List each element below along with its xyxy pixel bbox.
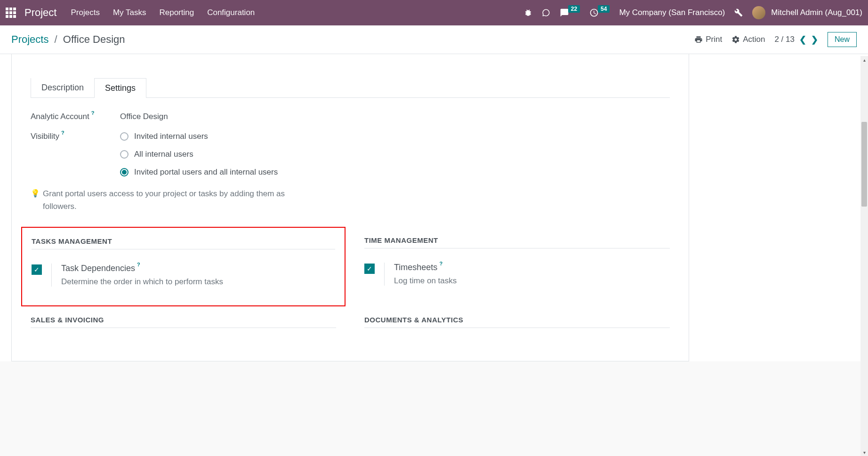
timesheets-label: Timesheets ? <box>394 263 457 272</box>
company-switcher[interactable]: My Company (San Francisco) <box>619 8 725 17</box>
section-title: Sales & Invoicing <box>31 316 336 328</box>
visibility-option-portal-all[interactable]: Invited portal users and all internal us… <box>120 168 278 177</box>
task-dependencies-checkbox[interactable] <box>32 264 42 275</box>
user-name: Mitchell Admin (Aug_001) <box>771 8 862 17</box>
pager-next[interactable]: ❯ <box>811 34 818 45</box>
analytic-account-value[interactable]: Office Design <box>120 112 168 121</box>
apps-icon[interactable] <box>6 8 16 18</box>
nav-links: Projects My Tasks Reporting Configuratio… <box>71 8 255 17</box>
section-time-management: Time Management Timesheets ? Log time on… <box>364 236 670 288</box>
action-button[interactable]: Action <box>731 35 765 44</box>
help-icon[interactable]: ? <box>439 261 442 271</box>
nav-my-tasks[interactable]: My Tasks <box>113 8 146 17</box>
pager: 2 / 13 ❮ ❯ <box>774 34 818 45</box>
breadcrumb-current: Office Design <box>63 33 125 45</box>
section-documents-analytics: Documents & Analytics <box>364 316 670 342</box>
tab-settings[interactable]: Settings <box>94 78 146 98</box>
company-label-cut: Company <box>31 54 120 55</box>
company-value-cut: My Company (San Francisco) <box>120 54 226 55</box>
control-panel: Projects / Office Design Print Action 2 … <box>0 25 868 54</box>
form-tabs: Description Settings <box>31 78 670 98</box>
messages-badge: 22 <box>568 5 580 13</box>
new-button[interactable]: New <box>828 32 857 47</box>
visibility-option-all-internal[interactable]: All internal users <box>120 150 278 159</box>
section-sales-invoicing: Sales & Invoicing <box>31 316 336 342</box>
task-dependencies-desc: Determine the order in which to perform … <box>61 277 223 287</box>
breadcrumb-separator: / <box>55 33 57 45</box>
form-sheet: Company My Company (San Francisco) Descr… <box>11 54 689 361</box>
visibility-option-invited-internal[interactable]: Invited internal users <box>120 132 278 141</box>
nav-configuration[interactable]: Configuration <box>207 8 255 17</box>
debug-icon[interactable] <box>524 8 532 17</box>
messages-icon[interactable]: 22 <box>560 8 580 17</box>
help-icon[interactable]: ? <box>91 110 95 116</box>
topbar-right: 22 54 My Company (San Francisco) Mitchel… <box>524 6 862 19</box>
analytic-account-label: Analytic Account ? <box>31 112 120 121</box>
pager-prev[interactable]: ❮ <box>799 34 806 45</box>
visibility-label: Visibility ? <box>31 132 120 177</box>
help-icon[interactable]: ? <box>137 262 140 272</box>
timesheets-checkbox[interactable] <box>364 264 375 274</box>
app-brand[interactable]: Project <box>24 7 56 19</box>
activities-badge: 54 <box>598 5 610 13</box>
print-button[interactable]: Print <box>694 35 722 44</box>
scroll-up-icon[interactable]: ▴ <box>860 56 868 64</box>
radio-icon <box>120 150 129 159</box>
support-icon[interactable] <box>542 8 550 17</box>
nav-projects[interactable]: Projects <box>71 8 99 17</box>
section-title: Documents & Analytics <box>364 316 670 328</box>
breadcrumb: Projects / Office Design <box>11 33 125 46</box>
scrollbar[interactable]: ▴ ▾ <box>860 56 868 361</box>
lightbulb-icon: 💡 <box>31 187 40 200</box>
breadcrumb-root[interactable]: Projects <box>11 33 48 45</box>
avatar <box>752 6 765 19</box>
activities-icon[interactable]: 54 <box>589 8 610 17</box>
task-dependencies-label: Task Dependencies ? <box>61 264 223 273</box>
scrollbar-thumb[interactable] <box>861 122 867 207</box>
section-tasks-management: Tasks Management Task Dependencies ? Det… <box>31 236 336 288</box>
top-navbar: Project Projects My Tasks Reporting Conf… <box>0 0 868 25</box>
visibility-hint: 💡 Grant portal users access to your proj… <box>31 187 313 213</box>
radio-icon <box>120 168 129 176</box>
nav-reporting[interactable]: Reporting <box>159 8 194 17</box>
user-menu[interactable]: Mitchell Admin (Aug_001) <box>752 6 862 19</box>
section-title: Tasks Management <box>32 237 335 249</box>
pager-value[interactable]: 2 / 13 <box>774 35 795 44</box>
radio-icon <box>120 132 129 141</box>
annotation-highlight: Tasks Management Task Dependencies ? Det… <box>21 227 346 306</box>
tab-description[interactable]: Description <box>31 78 94 98</box>
visibility-radio-group: Invited internal users All internal user… <box>120 132 278 177</box>
timesheets-desc: Log time on tasks <box>394 276 457 286</box>
section-title: Time Management <box>364 236 670 248</box>
help-icon[interactable]: ? <box>61 130 64 136</box>
tools-icon[interactable] <box>734 8 743 17</box>
